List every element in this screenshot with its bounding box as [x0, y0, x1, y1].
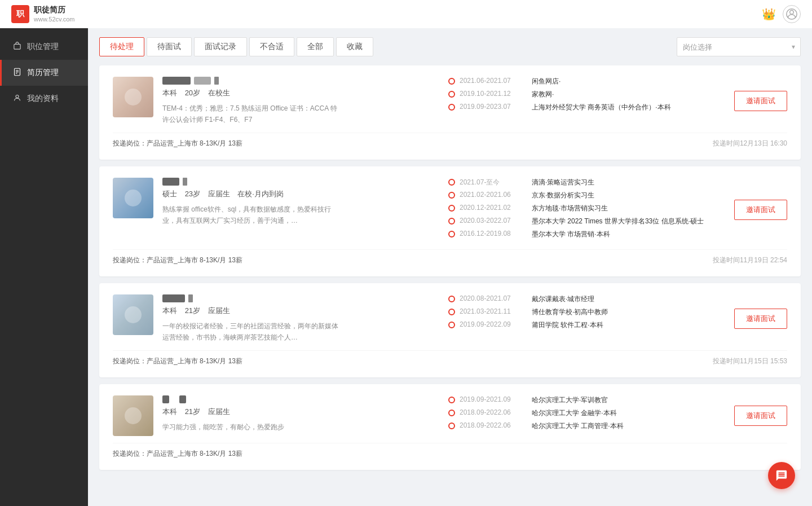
avatar-1	[113, 77, 153, 117]
resume-card-3: 本科 21岁 应届生 一年的校报记者经验，三年的社团运营经验，两年的新媒体运营经…	[99, 283, 801, 377]
tl-content: 哈尔滨理工大学 金融学·本科	[532, 408, 617, 418]
invite-btn-4[interactable]: 邀请面试	[734, 406, 787, 426]
position-tag-1: 投递岗位：产品运营_上海市 8-13K/月 13薪	[113, 139, 242, 148]
card-footer-4: 投递岗位：产品运营_上海市 8-13K/月 13薪	[113, 443, 787, 459]
tl-date: 2019.09-2022.09	[460, 320, 527, 328]
name-dot-1	[214, 77, 219, 85]
user-avatar-icon[interactable]	[783, 5, 801, 23]
tl-content: 莆田学院 软件工程·本科	[532, 320, 603, 330]
timeline-item-2-4: 2020.03-2022.07 墨尔本大学 2022 Times 世界大学排名3…	[448, 217, 725, 226]
tl-date: 2021.07-至今	[460, 178, 527, 187]
logo-area: 职 职徒简历 www.52cv.com	[11, 5, 75, 24]
timeline-item-4-3: 2018.09-2022.06 哈尔滨理工大学 工商管理·本科	[448, 421, 725, 431]
content-area: 待处理 待面试 面试记录 不合适 全部 收藏 岗位选择	[88, 28, 812, 506]
action-area-3: 邀请面试	[734, 294, 787, 344]
tab-interview[interactable]: 待面试	[147, 37, 192, 56]
name-row-3	[162, 294, 439, 302]
tab-interview-record[interactable]: 面试记录	[194, 37, 247, 56]
timeline-dot	[448, 410, 455, 416]
tl-content: 博仕教育学校·初高中教师	[532, 307, 608, 317]
timeline-item-3-3: 2019.09-2022.09 莆田学院 软件工程·本科	[448, 320, 725, 330]
position-select-wrapper: 岗位选择	[677, 37, 801, 56]
timeline-dot	[448, 78, 455, 85]
name-row-1	[162, 77, 439, 85]
sidebar-item-job-management[interactable]: 职位管理	[0, 34, 88, 60]
name-bar-4	[162, 294, 185, 302]
tl-date: 2018.09-2022.06	[460, 408, 527, 416]
person-info-4: 本科 21岁 应届生 学习能力强，能吃苦，有耐心，热爱跑步	[162, 395, 439, 436]
tl-content: 家教网·	[532, 90, 554, 99]
avatar-4	[113, 395, 153, 436]
timeline-dot	[448, 192, 455, 199]
timeline-dot	[448, 91, 455, 98]
name-blur-3	[162, 294, 193, 302]
position-select[interactable]: 岗位选择	[677, 37, 801, 56]
crown-icon: 👑	[762, 7, 776, 21]
tl-content: 闲鱼网店·	[532, 77, 561, 86]
tl-content: 哈尔滨理工大学·军训教官	[532, 395, 608, 405]
invite-btn-3[interactable]: 邀请面试	[734, 309, 787, 329]
timeline-dot	[448, 296, 455, 302]
tl-date: 2021.02-2021.06	[460, 191, 527, 199]
timeline-dot	[448, 205, 455, 212]
desc-1: TEM-4：优秀；雅思：7.5 熟练运用 Office 证书：ACCA 特许公认…	[162, 103, 343, 126]
desc-3: 一年的校报记者经验，三年的社团运营经验，两年的新媒体运营经验，市书协，海峡两岸茶…	[162, 320, 343, 344]
position-tag-4: 投递岗位：产品运营_上海市 8-13K/月 13薪	[113, 449, 242, 459]
tl-content: 哈尔滨理工大学 工商管理·本科	[532, 421, 624, 431]
desc-4: 学习能力强，能吃苦，有耐心，热爱跑步	[162, 421, 343, 433]
card-body-2: 硕士 23岁 应届生 在校·月内到岗 熟练掌握 office软件、sql，具有数…	[113, 178, 787, 243]
tl-content: 京东·数据分析实习生	[532, 191, 594, 200]
tl-date: 2019.09-2023.07	[460, 103, 527, 111]
name-dot-3	[188, 294, 193, 302]
tab-all[interactable]: 全部	[297, 37, 334, 56]
timeline-dot	[448, 322, 455, 328]
invite-btn-1[interactable]: 邀请面试	[734, 91, 787, 111]
logo-icon: 职	[11, 5, 29, 23]
name-bar-3	[162, 178, 179, 186]
person-basic-3: 本科 21岁 应届生	[162, 306, 439, 316]
name-row-2	[162, 178, 439, 186]
tl-date: 2019.09-2021.09	[460, 395, 527, 403]
sidebar-label-job-management: 职位管理	[27, 42, 59, 52]
timeline-dot	[448, 104, 455, 111]
card-footer-2: 投递岗位：产品运营_上海市 8-13K/月 13薪 投递时间11月19日 22:…	[113, 249, 787, 265]
tab-pending[interactable]: 待处理	[99, 37, 144, 56]
action-area-1: 邀请面试	[734, 77, 787, 126]
tab-saved[interactable]: 收藏	[336, 37, 373, 56]
person-info-2: 硕士 23岁 应届生 在校·月内到岗 熟练掌握 office软件、sql，具有数…	[162, 178, 439, 243]
age-1: 20岁	[185, 89, 200, 97]
education-1: 本科	[162, 89, 177, 97]
header: 职 职徒简历 www.52cv.com 👑	[0, 0, 812, 28]
invite-btn-2[interactable]: 邀请面试	[734, 200, 787, 220]
chat-button[interactable]	[768, 462, 795, 489]
tl-date: 2020.03-2022.07	[460, 217, 527, 225]
sidebar-label-resume-management: 简历管理	[27, 68, 59, 78]
status-1: 在校生	[208, 89, 230, 97]
name-blur-1	[162, 77, 219, 85]
card-body-1: 本科 20岁 在校生 TEM-4：优秀；雅思：7.5 熟练运用 Office 证…	[113, 77, 787, 126]
card-footer-3: 投递岗位：产品运营_上海市 8-13K/月 13薪 投递时间11月15日 15:…	[113, 350, 787, 366]
timeline-dot	[448, 218, 455, 225]
tl-content: 墨尔本大学 市场营销·本科	[532, 230, 610, 239]
desc-2: 熟练掌握 office软件、sql，具有数据敏感度，热爱科技行业，具有互联网大厂…	[162, 204, 343, 227]
timeline-item-3-1: 2020.08-2021.07 戴尔课戴表·城市经理	[448, 294, 725, 304]
education-4: 本科	[162, 407, 177, 416]
sidebar-item-my-profile[interactable]: 我的资料	[0, 86, 88, 112]
resume-card-4: 本科 21岁 应届生 学习能力强，能吃苦，有耐心，热爱跑步 2019.09-20…	[99, 384, 801, 470]
my-profile-icon	[13, 94, 21, 104]
submit-time-3: 投递时间11月15日 15:53	[713, 357, 787, 366]
timeline-item-3-2: 2021.03-2021.11 博仕教育学校·初高中教师	[448, 307, 725, 317]
timeline-item-1-2: 2019.10-2021.12 家教网·	[448, 90, 725, 99]
svg-rect-2	[14, 44, 20, 49]
logo-text: 职徒简历 www.52cv.com	[34, 5, 75, 24]
age-3: 21岁	[185, 306, 200, 315]
tl-date: 2019.10-2021.12	[460, 90, 527, 98]
tab-unsuitable[interactable]: 不合适	[249, 37, 294, 56]
timeline-1: 2021.06-2021.07 闲鱼网店· 2019.10-2021.12 家教…	[448, 77, 725, 126]
timeline-dot	[448, 423, 455, 429]
card-footer-1: 投递岗位：产品运营_上海市 8-13K/月 13薪 投递时间12月13日 16:…	[113, 133, 787, 148]
sidebar-item-resume-management[interactable]: 简历管理	[0, 60, 88, 86]
tl-content: 上海对外经贸大学 商务英语（中外合作）·本科	[532, 103, 671, 112]
tl-date: 2018.09-2022.06	[460, 421, 527, 429]
timeline-item-4-1: 2019.09-2021.09 哈尔滨理工大学·军训教官	[448, 395, 725, 405]
